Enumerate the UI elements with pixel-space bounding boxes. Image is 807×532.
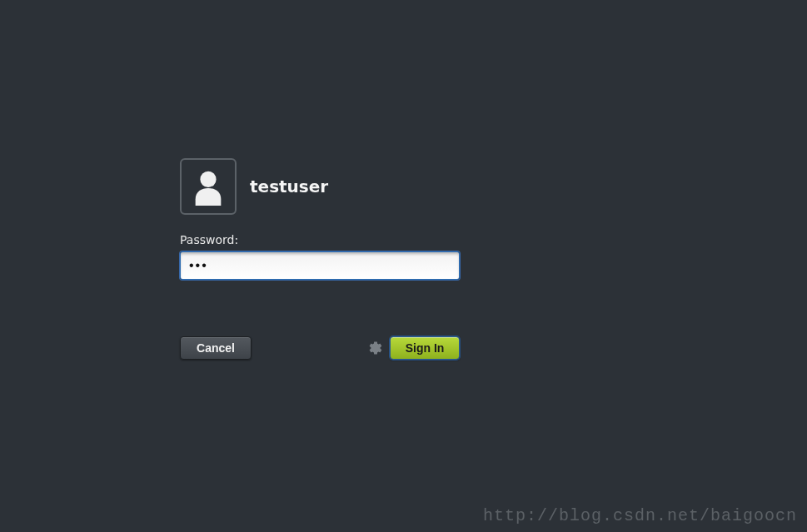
signin-group: Sign In	[368, 336, 460, 360]
svg-point-0	[200, 172, 216, 187]
login-panel: testuser Password: Cancel Sign In	[180, 158, 463, 360]
watermark-text: http://blog.csdn.net/baigoocn	[483, 506, 797, 525]
button-row: Cancel Sign In	[180, 336, 460, 360]
password-input[interactable]	[180, 251, 460, 280]
avatar	[180, 158, 237, 215]
user-icon	[189, 167, 227, 206]
password-label: Password:	[180, 233, 463, 246]
signin-button[interactable]: Sign In	[390, 336, 460, 360]
cancel-button[interactable]: Cancel	[180, 336, 252, 360]
username-label: testuser	[250, 177, 328, 196]
gear-icon[interactable]	[368, 341, 383, 355]
user-row: testuser	[180, 158, 463, 215]
